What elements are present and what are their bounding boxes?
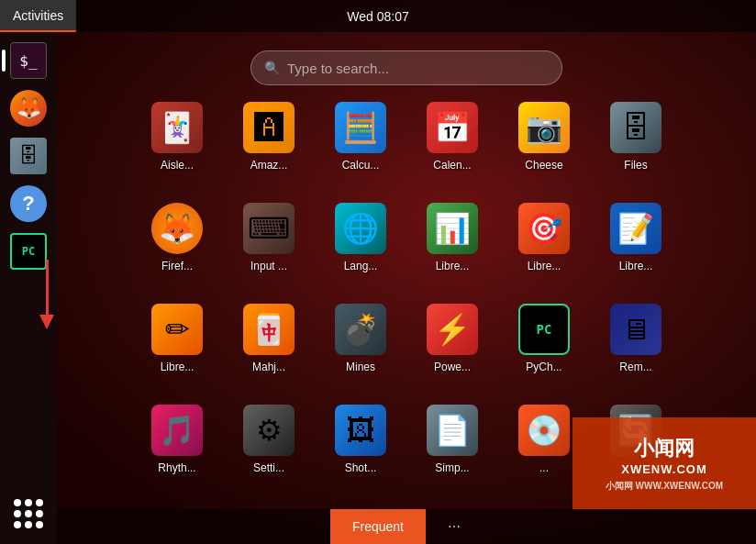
librecalc-label: Libre...: [436, 260, 470, 272]
app-item-aisleriot[interactable]: 🃏Aisle...: [131, 94, 223, 191]
activities-label: Activities: [13, 8, 63, 23]
app-item-simple[interactable]: 📄Simp...: [406, 397, 498, 494]
pycharm-icon: PC: [518, 304, 570, 355]
app-item-mahjongg[interactable]: 🀄Mahj...: [223, 296, 315, 393]
arrow-head: [39, 315, 54, 329]
terminal-icon: $_: [10, 42, 47, 79]
grid-dot: [36, 510, 43, 517]
grid-dot: [25, 521, 32, 528]
app-item-firefox[interactable]: 🦊Firef...: [131, 195, 223, 292]
calendar-label: Calen...: [433, 159, 471, 172]
shotwell-icon: 🖼: [335, 405, 386, 456]
input-icon: ⌨: [243, 203, 295, 254]
app-item-calculator[interactable]: 🧮Calcu...: [315, 94, 406, 191]
app-item-amazon[interactable]: 🅰Amaz...: [223, 94, 315, 191]
libreimpress-label: Libre...: [528, 260, 561, 272]
mahjongg-label: Mahj...: [252, 361, 285, 373]
power-icon: ⚡: [427, 304, 478, 355]
librecalc-icon: 📊: [427, 203, 478, 254]
amazon-icon: 🅰: [243, 102, 295, 153]
software-icon: 💿: [518, 405, 570, 456]
settings-label: Setti...: [253, 461, 284, 474]
lang-icon: 🌐: [335, 203, 386, 254]
grid-dot: [14, 521, 21, 528]
grid-dot: [25, 510, 32, 517]
input-label: Input ...: [250, 260, 287, 272]
app-item-librewriter[interactable]: 📝Libre...: [590, 195, 682, 292]
firefox-icon: 🦊: [10, 90, 47, 127]
grid-dot: [25, 499, 32, 506]
libreimpress-icon: 🎯: [518, 203, 570, 254]
search-icon: 🔍: [264, 61, 280, 75]
grid-dot: [14, 510, 21, 517]
files-icon: 🗄: [610, 102, 662, 153]
aisleriot-icon: 🃏: [151, 102, 203, 153]
calculator-label: Calcu...: [342, 159, 380, 172]
app-grid-button[interactable]: [7, 493, 50, 535]
activities-button[interactable]: Activities: [0, 0, 76, 32]
app-item-calendar[interactable]: 📅Calen...: [406, 94, 498, 191]
aisleriot-label: Aisle...: [161, 159, 194, 172]
mahjongg-icon: 🀄: [243, 304, 295, 355]
app-item-rhythmbox[interactable]: 🎵Rhyth...: [131, 397, 223, 494]
rhythmbox-label: Rhyth...: [158, 461, 195, 474]
app-item-mines[interactable]: 💣Mines: [315, 296, 406, 393]
app-item-pycharm[interactable]: PCPyCh...: [498, 296, 590, 393]
tab-frequent-label: Frequent: [352, 519, 404, 534]
firefox-icon: 🦊: [151, 203, 203, 254]
app-item-libredraw[interactable]: ✏Libre...: [131, 296, 223, 393]
settings-icon: ⚙: [243, 405, 295, 456]
simple-label: Simp...: [435, 461, 469, 474]
red-arrow: [39, 260, 54, 329]
sidebar-item-help[interactable]: ?: [7, 183, 50, 225]
remmina-icon: 🖥: [610, 304, 662, 355]
grid-dot: [36, 499, 43, 506]
files-icon: 🗄: [10, 138, 47, 174]
calculator-icon: 🧮: [335, 102, 386, 153]
app-item-lang[interactable]: 🌐Lang...: [315, 195, 406, 292]
watermark: 小闻网 XWENW.COM 小闻网 WWW.XWENW.COM: [573, 417, 756, 509]
sidebar: $_ 🦊 🗄 ? PC: [0, 32, 57, 544]
app-item-libreimpress[interactable]: 🎯Libre...: [498, 195, 590, 292]
app-item-settings[interactable]: ⚙Setti...: [223, 397, 315, 494]
librewriter-icon: 📝: [610, 203, 662, 254]
grid-dot: [14, 499, 21, 506]
watermark-line1: 小闻网: [634, 435, 695, 462]
firefox-label: Firef...: [161, 260, 193, 272]
app-item-remmina[interactable]: 🖥Rem...: [590, 296, 682, 393]
app-item-librecalc[interactable]: 📊Libre...: [406, 195, 498, 292]
lang-label: Lang...: [344, 260, 378, 272]
calendar-icon: 📅: [427, 102, 478, 153]
search-placeholder: Type to search...: [287, 61, 549, 76]
simple-icon: 📄: [427, 405, 478, 456]
amazon-label: Amaz...: [250, 159, 288, 172]
grid-dot: [36, 521, 43, 528]
bottom-bar: Frequent ⋯: [57, 509, 756, 544]
rhythmbox-icon: 🎵: [151, 405, 203, 456]
search-bar[interactable]: 🔍 Type to search...: [250, 50, 562, 85]
pycharm-label: PyCh...: [526, 361, 561, 373]
power-label: Powe...: [434, 361, 471, 373]
app-item-input[interactable]: ⌨Input ...: [223, 195, 315, 292]
watermark-line3: 小闻网 WWW.XWENW.COM: [606, 480, 723, 493]
app-item-files[interactable]: 🗄Files: [590, 94, 682, 191]
sidebar-item-terminal[interactable]: $_: [7, 39, 50, 82]
sidebar-item-firefox[interactable]: 🦊: [7, 87, 50, 129]
watermark-line2: XWENW.COM: [621, 462, 707, 476]
arrow-line: [46, 260, 49, 315]
app-item-cheese[interactable]: 📷Cheese: [498, 94, 590, 191]
libredraw-icon: ✏: [151, 304, 203, 355]
app-item-power[interactable]: ⚡Powe...: [406, 296, 498, 393]
remmina-label: Rem...: [619, 361, 651, 373]
cheese-icon: 📷: [518, 102, 570, 153]
tab-all-label: ⋯: [448, 519, 461, 534]
shotwell-label: Shot...: [345, 461, 377, 474]
tab-all[interactable]: ⋯: [426, 509, 483, 544]
cheese-label: Cheese: [525, 159, 562, 172]
clock: Wed 08:07: [347, 9, 408, 24]
topbar: Activities Wed 08:07: [0, 0, 756, 32]
tab-frequent[interactable]: Frequent: [330, 509, 426, 544]
libredraw-label: Libre...: [161, 361, 195, 373]
sidebar-item-files[interactable]: 🗄: [7, 135, 50, 177]
app-item-shotwell[interactable]: 🖼Shot...: [315, 397, 406, 494]
